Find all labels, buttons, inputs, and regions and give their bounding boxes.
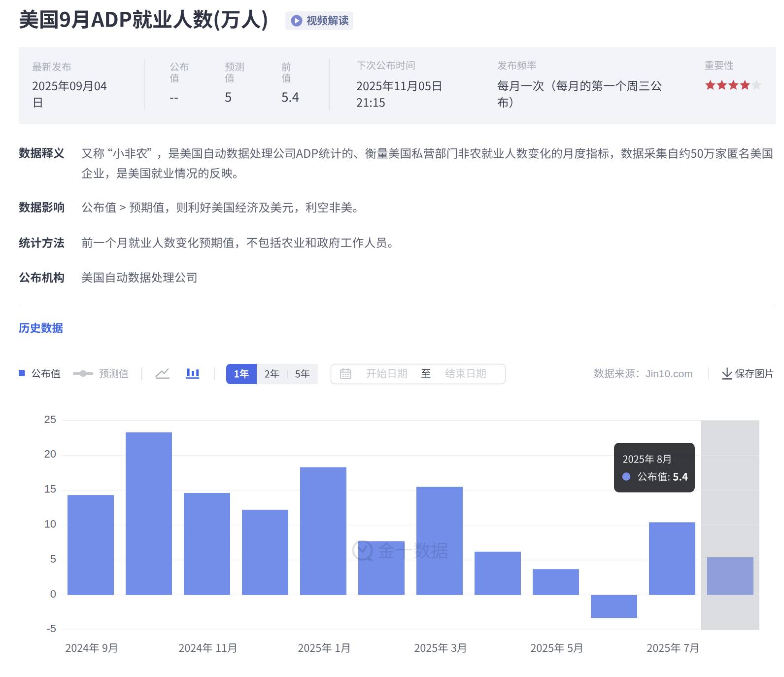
svg-text:25: 25 (44, 413, 56, 426)
svg-text:20: 20 (44, 448, 56, 460)
svg-text:10: 10 (44, 518, 56, 530)
svg-text:Jin10.com: Jin10.com (646, 368, 693, 379)
svg-text:0: 0 (50, 588, 56, 600)
svg-text:15: 15 (44, 483, 56, 495)
svg-text:5: 5 (50, 553, 56, 565)
svg-text:-5: -5 (46, 622, 56, 635)
